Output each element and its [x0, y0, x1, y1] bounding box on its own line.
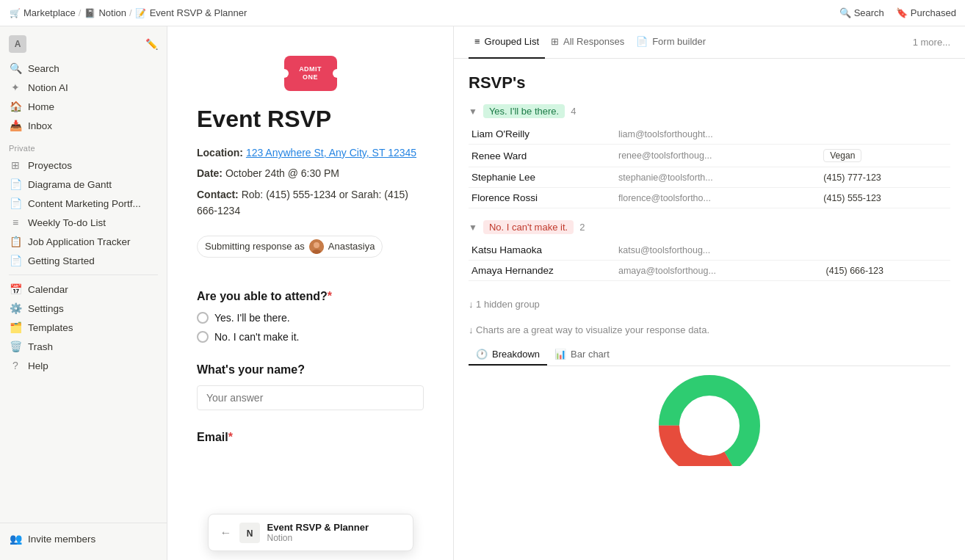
page-icon: 📝: [135, 7, 147, 19]
sidebar-item-calendar[interactable]: 📅 Calendar: [0, 280, 167, 299]
sidebar-bottom: 👥 Invite members: [0, 523, 167, 554]
sidebar-item-todo[interactable]: ≡ Weekly To-do List: [0, 213, 167, 232]
doc-icon2: 📄: [9, 197, 22, 210]
form-title: Event RSVP: [197, 106, 424, 133]
table-row: Stephanie Lee stephanie@toolsforth... (4…: [469, 167, 950, 188]
group-no-count: 2: [579, 222, 585, 233]
table-row: Florence Rossi florence@toolsfortho... (…: [469, 188, 950, 208]
form-question-2: What's your name?: [197, 363, 424, 410]
q1-label: Are you able to attend?*: [197, 290, 424, 303]
sidebar-item-settings[interactable]: ⚙️ Settings: [0, 299, 167, 318]
popup-back-icon[interactable]: ←: [220, 526, 232, 539]
name-cell: Renee Ward: [469, 145, 615, 167]
svg-text:N: N: [246, 528, 253, 539]
avatar: A: [9, 35, 26, 53]
sidebar-item-home[interactable]: 🏠 Home: [0, 97, 167, 116]
all-responses-icon: ⊞: [551, 36, 559, 47]
group-no-toggle[interactable]: ▼: [469, 222, 477, 233]
marketplace-label[interactable]: Marketplace: [24, 7, 76, 18]
group-no-header: ▼ No. I can't make it. 2: [469, 220, 950, 234]
tab-grouped-list-label: Grouped List: [485, 36, 539, 47]
popup-title: Event RSVP & Planner: [267, 522, 401, 533]
bar-chart-icon: 📊: [554, 349, 566, 360]
inbox-icon: 📥: [9, 119, 22, 132]
radio-yes[interactable]: [197, 312, 209, 324]
home-icon: 🏠: [9, 100, 22, 113]
sidebar-item-job-tracker[interactable]: 📋 Job Application Tracker: [0, 232, 167, 251]
edit-icon[interactable]: ✏️: [145, 38, 158, 50]
name-cell: Florence Rossi: [469, 188, 615, 208]
table-row: Amaya Hernandez amaya@toolsforthoug... (…: [469, 261, 950, 281]
table-row: Katsu Hamaoka katsu@toolsforthoug...: [469, 240, 950, 261]
email-cell: katsu@toolsforthoug...: [615, 240, 823, 261]
q1-option-yes[interactable]: Yes. I'll be there.: [197, 312, 424, 324]
topbar-actions: 🔍 Search 🔖 Purchased: [839, 7, 956, 18]
sidebar-item-invite[interactable]: 👥 Invite members: [0, 529, 167, 548]
form-submitter: Submitting response as Anastasiya: [197, 236, 383, 258]
vegan-badge: Vegan: [823, 149, 861, 162]
chart-tab-bar[interactable]: 📊 Bar chart: [547, 344, 617, 366]
sidebar-item-notion-ai[interactable]: ✦ Notion AI: [0, 78, 167, 97]
content-area: ADMITONE Event RSVP Location: 123 Anywhe…: [167, 26, 965, 560]
sidebar-item-templates[interactable]: 🗂️ Templates: [0, 318, 167, 337]
hidden-group-toggle[interactable]: ↓ 1 hidden group: [469, 293, 950, 319]
invite-icon: 👥: [9, 532, 22, 545]
phone-cell: (415) 666-123: [823, 261, 951, 281]
form-body: Event RSVP Location: 123 Anywhere St, An…: [167, 106, 453, 482]
settings-icon: ⚙️: [9, 302, 22, 315]
ticket-icon: ADMITONE: [284, 56, 337, 91]
phone-cell: (415) 555-123: [820, 188, 950, 208]
form-header: ADMITONE: [167, 26, 453, 106]
form-question-3: Email*: [197, 431, 424, 444]
group-no-badge: No. I can't make it.: [483, 220, 574, 234]
radio-no[interactable]: [197, 331, 209, 343]
sidebar-item-getting-started[interactable]: 📄 Getting Started: [0, 251, 167, 270]
name-input[interactable]: [197, 385, 424, 410]
grouped-list-icon: ≡: [474, 36, 480, 47]
name-cell: Stephanie Lee: [469, 167, 615, 188]
templates-icon: 🗂️: [9, 321, 22, 334]
tab-all-responses[interactable]: ⊞ All Responses: [545, 26, 630, 59]
chart-tabs: 🕐 Breakdown 📊 Bar chart: [469, 344, 950, 366]
group-yes-toggle[interactable]: ▼: [469, 106, 477, 117]
chart-tab-breakdown[interactable]: 🕐 Breakdown: [469, 344, 547, 366]
sidebar-item-search[interactable]: 🔍 Search: [0, 59, 167, 78]
sidebar-item-gantt[interactable]: 📄 Diagrama de Gantt: [0, 175, 167, 194]
bar-chart-label: Bar chart: [571, 349, 610, 360]
tab-grouped-list[interactable]: ≡ Grouped List: [469, 26, 545, 59]
radio-yes-label: Yes. I'll be there.: [214, 312, 290, 324]
tab-more[interactable]: 1 more...: [913, 37, 950, 48]
form-builder-icon: 📄: [636, 36, 648, 47]
sidebar-item-proyectos[interactable]: ⊞ Proyectos: [0, 156, 167, 175]
bottom-popup: ← N Event RSVP & Planner Notion: [208, 514, 413, 551]
purchased-action[interactable]: 🔖 Purchased: [896, 7, 956, 18]
email-cell: renee@toolsforthoug...: [615, 145, 820, 167]
calendar-icon: 📅: [9, 283, 22, 296]
form-question-1: Are you able to attend?* Yes. I'll be th…: [197, 290, 424, 343]
submitter-name: Anastasiya: [328, 241, 375, 252]
tab-form-builder[interactable]: 📄 Form builder: [630, 26, 712, 59]
main-layout: A ✏️ 🔍 Search ✦ Notion AI 🏠 Home 📥 Inbox…: [0, 26, 965, 560]
sidebar-item-inbox[interactable]: 📥 Inbox: [0, 116, 167, 135]
topbar: 🛒 Marketplace / 📓 Notion / 📝 Event RSVP …: [0, 0, 965, 26]
q2-label: What's your name?: [197, 363, 424, 377]
breakdown-icon: 🕐: [476, 349, 488, 360]
sidebar-item-trash[interactable]: 🗑️ Trash: [0, 337, 167, 356]
form-panel: ADMITONE Event RSVP Location: 123 Anywhe…: [167, 26, 454, 560]
sidebar: A ✏️ 🔍 Search ✦ Notion AI 🏠 Home 📥 Inbox…: [0, 26, 167, 560]
popup-subtitle: Notion: [267, 533, 401, 543]
search-action[interactable]: 🔍 Search: [839, 7, 884, 18]
sidebar-item-help[interactable]: ? Help: [0, 356, 167, 375]
grid-icon: ⊞: [9, 159, 22, 172]
name-cell: Liam O'Reilly: [469, 124, 615, 145]
section-private-label: Private: [0, 135, 167, 156]
donut-svg: [651, 371, 768, 466]
phone-cell: [823, 240, 951, 261]
q1-option-no[interactable]: No. I can't make it.: [197, 331, 424, 343]
notion-label[interactable]: Notion: [98, 7, 126, 18]
sidebar-item-content-marketing[interactable]: 📄 Content Marketing Portf...: [0, 194, 167, 213]
ai-icon: ✦: [9, 81, 22, 94]
table-row: Renee Ward renee@toolsforthoug... Vegan: [469, 145, 950, 167]
rsvp-content: RSVP's ▼ Yes. I'll be there. 4 Liam O'Re…: [454, 59, 965, 481]
donut-chart: [651, 371, 768, 466]
